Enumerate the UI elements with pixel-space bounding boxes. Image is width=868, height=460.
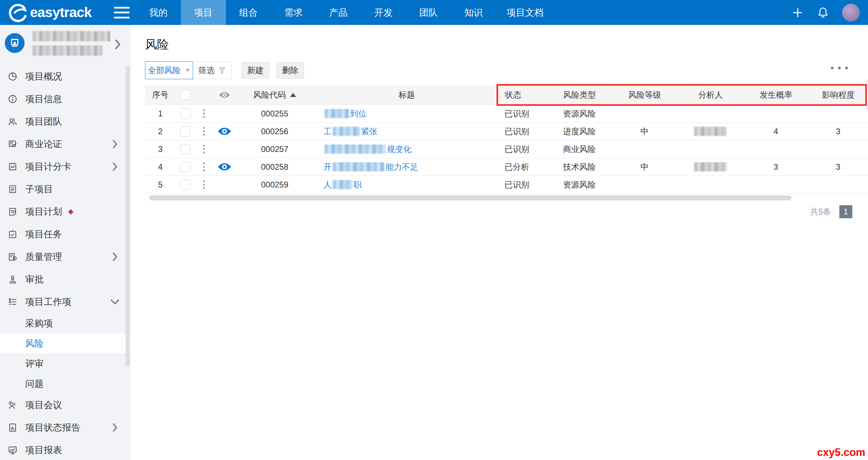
horizontal-scrollbar[interactable] (149, 195, 792, 200)
chevron-right-icon (110, 139, 120, 149)
nav-tab[interactable]: 产品 (316, 0, 361, 25)
row-menu-kebab-icon[interactable] (203, 127, 205, 136)
row-checkbox[interactable] (180, 109, 190, 119)
sidebar-item[interactable]: 审批 (0, 268, 130, 291)
sidebar-item-label: 商业论证 (25, 138, 62, 150)
project-header[interactable] (0, 25, 130, 65)
sidebar-item-label: 项目任务 (25, 228, 62, 240)
table-row: 3000257规变化已识别商业风险 (145, 140, 868, 158)
page-number-button[interactable]: 1 (839, 205, 852, 218)
nav-tab[interactable]: 开发 (361, 0, 406, 25)
sidebar-subitem[interactable]: 问题 (0, 374, 130, 394)
row-checkbox[interactable] (180, 144, 190, 154)
sidebar-subitem[interactable]: 采购项 (0, 313, 130, 333)
chevron-down-icon (185, 69, 190, 72)
col-actions (194, 85, 213, 104)
risk-analyst (677, 158, 743, 176)
sidebar-item-label: 项目计分卡 (25, 161, 71, 173)
sidebar-subitem-label: 问题 (25, 378, 44, 390)
row-menu-kebab-icon[interactable] (203, 163, 205, 171)
watermark: cxy5.com (817, 446, 865, 459)
sidebar-menu: 项目概况项目信息项目团队商业论证项目计分卡子项目项目计划项目任务质量管理审批项目… (0, 65, 130, 460)
sidebar-item-label: 质量管理 (25, 251, 62, 263)
report-icon (8, 445, 18, 455)
sidebar-item[interactable]: 项目报表 (0, 439, 130, 460)
select-all-checkbox[interactable] (180, 90, 190, 100)
sidebar-item[interactable]: 项目任务 (0, 223, 130, 246)
chevron-right-icon[interactable] (114, 39, 121, 50)
sidebar-subitem-label: 风险 (25, 337, 44, 350)
nav-tab[interactable]: 团队 (406, 0, 451, 25)
risk-title-link[interactable]: 规变化 (323, 144, 411, 155)
risk-title-link[interactable]: 工紧张 (323, 126, 377, 137)
user-avatar[interactable] (842, 4, 860, 22)
row-menu-kebab-icon[interactable] (203, 145, 205, 153)
sidebar-subitem[interactable]: 评审 (0, 353, 130, 374)
sidebar-item[interactable]: 项目概况 (0, 65, 130, 88)
nav-actions (792, 4, 860, 22)
risk-filter-dropdown[interactable]: 全部风险 (145, 61, 193, 79)
risk-code: 000258 (235, 158, 314, 176)
table-row: 4000258开能力不足已分析技术风险中33 (145, 158, 868, 176)
col-probability: 发生概率 (743, 85, 808, 104)
sidebar-scrollbar[interactable] (126, 66, 130, 366)
chevron-down-icon (110, 297, 120, 307)
risk-analyst (677, 105, 743, 122)
sidebar-item[interactable]: 项目信息 (0, 88, 130, 110)
notification-dot (68, 209, 74, 214)
sidebar-item[interactable]: 项目工作项 (0, 291, 130, 313)
sidebar-subitem[interactable]: 风险 (0, 333, 130, 353)
title-redacted (324, 144, 386, 154)
row-menu-kebab-icon[interactable] (203, 180, 205, 189)
filter-button[interactable]: 筛选 (193, 61, 232, 79)
risk-status: 已分析 (499, 158, 547, 176)
sidebar-item-label: 项目工作项 (25, 296, 71, 308)
watched-eye-icon[interactable] (218, 127, 231, 136)
brand-logo[interactable]: easytrack (8, 3, 110, 23)
risk-analyst (677, 176, 743, 193)
row-checkbox[interactable] (180, 162, 190, 172)
row-menu-kebab-icon[interactable] (203, 109, 205, 118)
risk-analyst (677, 123, 743, 140)
sidebar-item[interactable]: 商业论证 (0, 133, 130, 155)
project-icon (9, 37, 20, 49)
col-risk-code-sortable[interactable]: 风险代码 (235, 85, 314, 104)
nav-tab[interactable]: 需求 (271, 0, 316, 25)
risk-status: 已识别 (499, 123, 547, 140)
sidebar-item[interactable]: 子项目 (0, 178, 130, 200)
col-risk-type: 风险类型 (547, 85, 612, 104)
risk-title-link[interactable]: 开能力不足 (323, 162, 418, 172)
sidebar-item[interactable]: 项目团队 (0, 110, 130, 133)
sidebar-item[interactable]: 项目计划 (0, 200, 130, 223)
risk-grade: 中 (612, 123, 677, 140)
work-items-icon (8, 297, 18, 307)
risk-title-link[interactable]: 到位 (323, 108, 366, 119)
bell-icon[interactable] (817, 6, 829, 19)
risk-probability: 3 (743, 158, 808, 176)
row-checkbox[interactable] (180, 180, 190, 190)
nav-tab[interactable]: 组合 (226, 0, 271, 25)
row-checkbox[interactable] (180, 126, 190, 137)
title-redacted (333, 162, 385, 171)
nav-tab[interactable]: 项目文档 (496, 0, 554, 25)
risk-impact (808, 176, 868, 193)
risk-probability (743, 140, 808, 158)
nav-tab[interactable]: 知识 (451, 0, 496, 25)
risk-code: 000259 (235, 176, 314, 193)
more-options-button[interactable] (831, 67, 848, 69)
risk-type: 资源风险 (547, 105, 612, 122)
delete-button[interactable]: 删除 (276, 62, 304, 79)
nav-tab[interactable]: 我的 (136, 0, 181, 25)
nav-tab[interactable]: 项目 (181, 0, 226, 25)
new-button[interactable]: 新建 (242, 62, 269, 79)
plus-icon[interactable] (792, 6, 804, 19)
hamburger-menu-icon[interactable] (114, 7, 130, 18)
sidebar-item[interactable]: 项目状态报告 (0, 416, 130, 439)
sidebar-item[interactable]: 项目计分卡 (0, 155, 130, 178)
tasks-icon (8, 229, 18, 239)
watched-eye-icon[interactable] (218, 162, 231, 171)
risk-title-link[interactable]: 人职 (323, 179, 362, 190)
title-redacted (333, 127, 360, 136)
sidebar-item[interactable]: 项目会议 (0, 394, 130, 416)
sidebar-item[interactable]: 质量管理 (0, 246, 130, 268)
